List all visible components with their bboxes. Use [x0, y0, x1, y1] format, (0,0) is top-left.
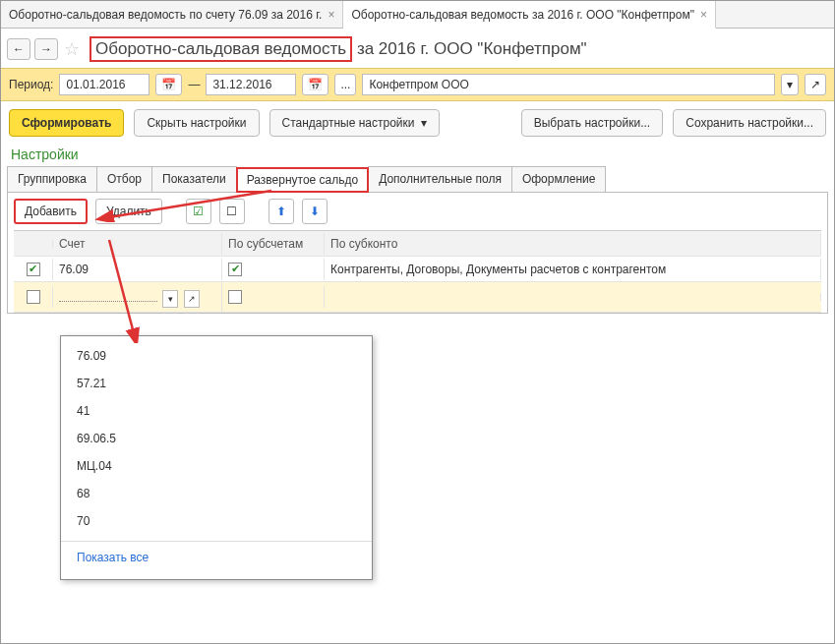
arrow-left-icon: ← [13, 42, 25, 56]
account-suggest-dropdown: 76.09 57.21 41 69.06.5 МЦ.04 68 70 Показ… [60, 335, 373, 580]
save-settings-button[interactable]: Сохранить настройки... [673, 109, 826, 137]
uncheck-icon: ☐ [226, 205, 237, 218]
close-icon[interactable]: × [700, 8, 707, 22]
standard-settings-button[interactable]: Стандартные настройки▾ [269, 109, 440, 137]
form-button[interactable]: Сформировать [9, 109, 124, 137]
page-title: Оборотно-сальдовая ведомость за 2016 г. … [89, 36, 587, 62]
dropdown-item[interactable]: 76.09 [61, 342, 372, 370]
row-sub-checkbox[interactable] [228, 290, 242, 304]
account-open-button[interactable]: ↗ [184, 290, 200, 308]
dropdown-item[interactable]: 70 [61, 507, 372, 535]
account-dropdown-button[interactable]: ▾ [162, 290, 178, 308]
uncheck-all-button[interactable]: ☐ [219, 199, 245, 224]
arrow-down-icon: ⬇ [310, 205, 320, 218]
chevron-down-icon: ▾ [787, 78, 793, 91]
delete-button[interactable]: Удалить [95, 199, 162, 224]
dropdown-item[interactable]: 41 [61, 397, 372, 425]
period-choose-button[interactable]: ... [334, 74, 356, 95]
col-subaccounts: По субсчетам [222, 233, 325, 255]
date-from-calendar-button[interactable]: 📅 [155, 74, 182, 95]
col-account: Счет [53, 233, 222, 255]
row-enable-checkbox[interactable] [27, 290, 40, 304]
add-button[interactable]: Добавить [14, 199, 88, 224]
move-up-button[interactable]: ⬆ [268, 199, 294, 224]
forward-button[interactable]: → [34, 38, 58, 60]
row-account: 76.09 [53, 259, 222, 280]
doc-tab-0-label: Оборотно-сальдовая ведомость по счету 76… [9, 8, 322, 22]
period-dash: — [188, 78, 200, 91]
tab-expanded-saldo[interactable]: Развернутое сальдо [236, 167, 370, 193]
tab-additional-fields[interactable]: Дополнительные поля [368, 166, 512, 192]
arrow-right-icon: → [40, 42, 52, 56]
hide-settings-button[interactable]: Скрыть настройки [134, 109, 259, 137]
tab-design[interactable]: Оформление [511, 166, 606, 192]
open-icon: ↗ [810, 78, 820, 91]
favorite-star-icon[interactable]: ☆ [62, 39, 82, 59]
date-to-calendar-button[interactable]: 📅 [302, 74, 328, 95]
settings-heading: Настройки [1, 145, 834, 166]
check-green-icon: ☑ [193, 205, 204, 218]
tab-indicators[interactable]: Показатели [151, 166, 237, 192]
check-all-button[interactable]: ☑ [186, 199, 211, 224]
period-label: Период: [9, 78, 53, 91]
dropdown-show-all[interactable]: Показать все [61, 542, 372, 573]
doc-tab-0[interactable]: Оборотно-сальдовая ведомость по счету 76… [1, 1, 343, 28]
row-subkonto: Контрагенты, Договоры, Документы расчето… [325, 259, 821, 280]
choose-settings-button[interactable]: Выбрать настройки... [521, 109, 663, 137]
calendar-icon: 📅 [308, 78, 323, 91]
back-button[interactable]: ← [7, 38, 30, 60]
chevron-down-icon: ▾ [421, 116, 427, 130]
calendar-icon: 📅 [161, 78, 176, 91]
date-from-input[interactable]: 01.01.2016 [59, 74, 149, 95]
doc-tab-1-label: Оборотно-сальдовая ведомость за 2016 г. … [351, 8, 693, 22]
account-input[interactable] [59, 286, 157, 302]
dropdown-item[interactable]: 57.21 [61, 370, 372, 397]
organization-input[interactable]: Конфетпром ООО [362, 74, 775, 95]
arrow-up-icon: ⬆ [276, 205, 286, 218]
row-sub-checkbox[interactable] [228, 263, 242, 276]
close-icon[interactable]: × [328, 8, 334, 22]
page-title-main: Оборотно-сальдовая ведомость [89, 36, 352, 62]
org-dropdown-button[interactable]: ▾ [781, 74, 799, 95]
dropdown-item[interactable]: 68 [61, 480, 372, 507]
dropdown-item[interactable]: 69.06.5 [61, 425, 372, 452]
tab-grouping[interactable]: Группировка [7, 166, 97, 192]
page-title-rest: за 2016 г. ООО "Конфетпром" [352, 39, 586, 58]
move-down-button[interactable]: ⬇ [302, 199, 328, 224]
table-row-editing[interactable]: ▾ ↗ [14, 282, 821, 313]
date-to-input[interactable]: 31.12.2016 [206, 74, 296, 95]
org-open-button[interactable]: ↗ [805, 74, 826, 95]
tab-filter[interactable]: Отбор [96, 166, 152, 192]
dropdown-item[interactable]: МЦ.04 [61, 452, 372, 480]
doc-tab-1[interactable]: Оборотно-сальдовая ведомость за 2016 г. … [343, 1, 715, 29]
col-subkonto: По субконто [325, 233, 821, 255]
row-enable-checkbox[interactable] [27, 263, 40, 276]
table-row[interactable]: 76.09 Контрагенты, Договоры, Документы р… [14, 257, 821, 282]
